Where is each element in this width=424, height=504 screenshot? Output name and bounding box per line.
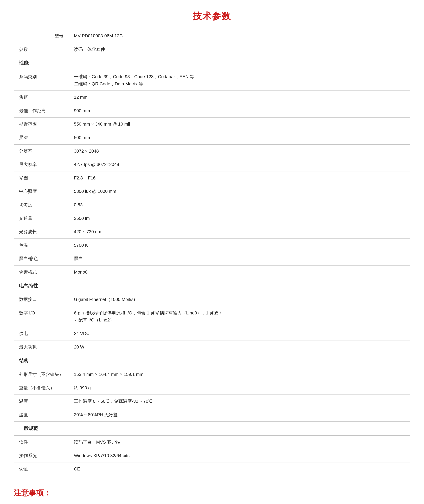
table-row: 像素格式Mono8: [14, 265, 410, 279]
table-row: 最佳工作距离900 mm: [14, 104, 410, 118]
row-label: 条码类别: [14, 70, 69, 91]
table-row: 认证CE: [14, 462, 410, 476]
table-row: 最大功耗20 W: [14, 340, 410, 354]
spec-table: 型号MV-PD010003-06M-12C参数读码一体化套件性能条码类别一维码：…: [14, 29, 410, 476]
row-label: 像素格式: [14, 265, 69, 279]
table-row: 外形尺寸（不含镜头）153.4 mm × 164.4 mm × 159.1 mm: [14, 368, 410, 381]
table-row: 型号MV-PD010003-06M-12C: [14, 29, 410, 43]
row-value: 5700 K: [69, 238, 410, 252]
notice-text: 请勿直接触碰产品散热部件，以免烫伤。: [23, 503, 103, 504]
table-row: 温度工作温度 0 ~ 50℃，储藏温度-30 ~ 70℃: [14, 395, 410, 408]
row-value: 24 VDC: [69, 327, 410, 341]
row-label: 焦距: [14, 91, 69, 104]
row-label: 均匀度: [14, 198, 69, 212]
row-value: 3072 × 2048: [69, 144, 410, 158]
table-row: 黑白/彩色黑白: [14, 252, 410, 266]
row-label: 参数: [14, 43, 69, 56]
table-row: 湿度20% ~ 80%RH 无冷凝: [14, 408, 410, 422]
row-value: 0.53: [69, 198, 410, 212]
row-value: MV-PD010003-06M-12C: [69, 29, 410, 43]
notice-title: 注意事项：: [14, 488, 410, 498]
row-value: 2500 lm: [69, 212, 410, 225]
table-row: 最大帧率42.7 fps @ 3072×2048: [14, 158, 410, 171]
row-value: Gigabit Ethernet（1000 Mbit/s): [69, 293, 410, 306]
row-label: 数据接口: [14, 293, 69, 306]
row-value: Mono8: [69, 265, 410, 279]
row-label: 软件: [14, 436, 69, 449]
table-row: 色温5700 K: [14, 238, 410, 252]
row-label: 外形尺寸（不含镜头）: [14, 368, 69, 381]
page-title: 技术参数: [14, 10, 410, 22]
row-value: 420 ~ 730 nm: [69, 225, 410, 239]
notice-item: 请勿直接触碰产品散热部件，以免烫伤。: [14, 503, 410, 504]
table-row: 光源波长420 ~ 730 nm: [14, 225, 410, 239]
row-label: 色温: [14, 238, 69, 252]
section-header-cell: 电气特性: [14, 279, 410, 293]
table-row: 光通量2500 lm: [14, 212, 410, 225]
row-value: 5800 lux @ 1000 mm: [69, 185, 410, 198]
row-value: 黑白: [69, 252, 410, 266]
table-row: 均匀度0.53: [14, 198, 410, 212]
row-value: 42.7 fps @ 3072×2048: [69, 158, 410, 171]
table-row: 分辨率3072 × 2048: [14, 144, 410, 158]
row-label: 光源波长: [14, 225, 69, 239]
row-label: 光圈: [14, 171, 69, 185]
row-value: 12 mm: [69, 91, 410, 104]
row-label: 最大功耗: [14, 340, 69, 354]
notice-items: 请勿直接触碰产品散热部件，以免烫伤。请勿在设备正常运行时进行长时间近距离调试，以…: [14, 503, 410, 504]
row-label: 温度: [14, 395, 69, 408]
section-header-cell: 一般规范: [14, 422, 410, 436]
row-label: 中心照度: [14, 185, 69, 198]
row-value: 900 mm: [69, 104, 410, 118]
row-value: 读码一体化套件: [69, 43, 410, 56]
table-row: 条码类别一维码：Code 39，Code 93，Code 128，Codabar…: [14, 70, 410, 91]
table-row: 视野范围550 mm × 340 mm @ 10 mil: [14, 118, 410, 131]
notice-section: 注意事项： 请勿直接触碰产品散热部件，以免烫伤。请勿在设备正常运行时进行长时间近…: [14, 488, 410, 504]
row-label: 供电: [14, 327, 69, 341]
row-label: 认证: [14, 462, 69, 476]
row-value: 550 mm × 340 mm @ 10 mil: [69, 118, 410, 131]
table-row: 数据接口Gigabit Ethernet（1000 Mbit/s): [14, 293, 410, 306]
row-label: 分辨率: [14, 144, 69, 158]
row-label: 最大帧率: [14, 158, 69, 171]
row-label: 最佳工作距离: [14, 104, 69, 118]
row-label: 操作系统: [14, 449, 69, 462]
row-label: 光通量: [14, 212, 69, 225]
row-value: 20% ~ 80%RH 无冷凝: [69, 408, 410, 422]
row-label: 型号: [14, 29, 69, 43]
row-label: 视野范围: [14, 118, 69, 131]
table-row: 供电24 VDC: [14, 327, 410, 341]
row-value: 约 990 g: [69, 381, 410, 395]
row-label: 数字 I/O: [14, 306, 69, 327]
row-value: 500 mm: [69, 131, 410, 144]
table-row: 焦距12 mm: [14, 91, 410, 104]
section-header-cell: 结构: [14, 354, 410, 368]
row-value: 153.4 mm × 164.4 mm × 159.1 mm: [69, 368, 410, 381]
row-label: 景深: [14, 131, 69, 144]
table-row: 操作系统Windows XP/7/10 32/64 bits: [14, 449, 410, 462]
row-value: 20 W: [69, 340, 410, 354]
table-row: 光圈F2.8 ~ F16: [14, 171, 410, 185]
table-row: 参数读码一体化套件: [14, 43, 410, 56]
row-value: F2.8 ~ F16: [69, 171, 410, 185]
row-label: 湿度: [14, 408, 69, 422]
row-label: 重量（不含镜头）: [14, 381, 69, 395]
row-value: CE: [69, 462, 410, 476]
table-row: 数字 I/O6-pin 接线端子提供电源和 I/O，包含 1 路光耦隔离输入（L…: [14, 306, 410, 327]
row-value: 工作温度 0 ~ 50℃，储藏温度-30 ~ 70℃: [69, 395, 410, 408]
row-value: 6-pin 接线端子提供电源和 I/O，包含 1 路光耦隔离输入（Line0），…: [69, 306, 410, 327]
table-row: 重量（不含镜头）约 990 g: [14, 381, 410, 395]
section-header-cell: 性能: [14, 56, 410, 70]
row-label: 黑白/彩色: [14, 252, 69, 266]
table-row: 景深500 mm: [14, 131, 410, 144]
table-row: 中心照度5800 lux @ 1000 mm: [14, 185, 410, 198]
table-row: 软件读码平台，MVS 客户端: [14, 436, 410, 449]
row-value: 一维码：Code 39，Code 93，Code 128，Codabar，EAN…: [69, 70, 410, 91]
row-value: Windows XP/7/10 32/64 bits: [69, 449, 410, 462]
row-value: 读码平台，MVS 客户端: [69, 436, 410, 449]
